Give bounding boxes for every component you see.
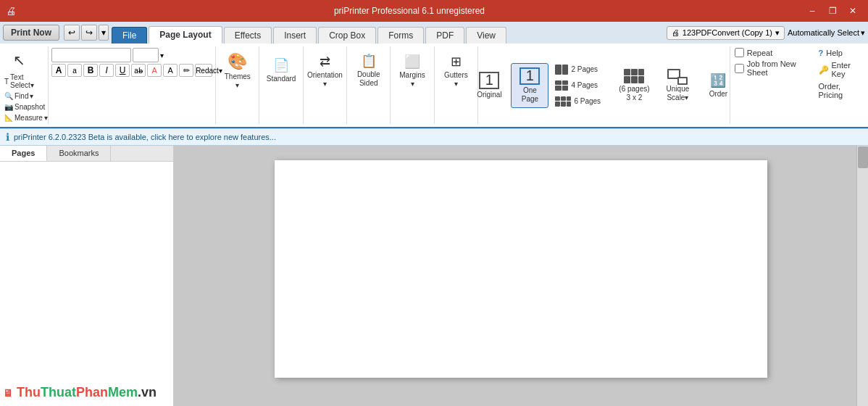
two-pages-button[interactable]: 2 Pages — [551, 62, 609, 77]
tab-forms[interactable]: Forms — [377, 27, 424, 44]
double-sided-icon: 📋 — [361, 53, 377, 69]
gutters-button[interactable]: ⊞ Gutters ▾ — [437, 48, 475, 93]
orientation-button[interactable]: ⇄ Orientation ▾ — [306, 48, 343, 93]
margins-group: ⬜ Margins ▾ — [391, 46, 434, 124]
main-layout: Pages Bookmarks — [0, 146, 868, 406]
italic-button[interactable]: I — [99, 64, 114, 77]
vertical-scrollbar[interactable] — [856, 146, 868, 406]
printer-selector[interactable]: 🖨 123PDFConvert (Copy 1) ▾ — [667, 26, 785, 40]
six-pages-3x2-button[interactable]: (6 pages)3 x 2 — [612, 63, 656, 108]
two-pages-icon — [555, 65, 568, 75]
titlebar-controls: – ❐ ✕ — [803, 4, 862, 18]
close-button[interactable]: ✕ — [843, 4, 862, 18]
unique-scale-button[interactable]: UniqueScale▾ — [659, 63, 696, 108]
font-controls-group: ▾ A a B I U ab̶ A A ✏ Redact▾ — [49, 46, 216, 124]
one-page-button[interactable]: 1 OnePage — [511, 63, 548, 108]
pages-layout-group: 1 Original 1 OnePage 2 Pages — [478, 46, 730, 124]
margins-dropdown-icon: ▾ — [411, 80, 414, 88]
ribbon-content: ↖ T Text Select▾ 🔍 Find ▾ — [0, 44, 868, 128]
themes-dropdown-icon: ▾ — [235, 81, 239, 89]
printer-dropdown-icon: ▾ — [775, 28, 780, 38]
order-pricing-button[interactable]: Order, Pricing — [817, 81, 864, 100]
original-button[interactable]: 1 Original — [470, 63, 508, 108]
info-icon: ℹ — [6, 131, 9, 143]
find-dropdown-icon: ▾ — [30, 92, 33, 100]
four-pages-button[interactable]: 4 Pages — [551, 78, 609, 93]
key-icon: 🔑 — [819, 65, 829, 75]
one-page-icon: 1 — [519, 67, 540, 85]
gutters-dropdown-icon: ▾ — [454, 80, 458, 88]
font-name-input[interactable] — [51, 48, 131, 62]
tab-view[interactable]: View — [466, 27, 506, 44]
auto-selector[interactable]: Automatically Select ▾ — [785, 27, 868, 39]
titlebar-title: priPrinter Professional 6.1 unregistered — [16, 6, 803, 16]
notification-text: priPrinter 6.2.0.2323 Beta is available,… — [14, 133, 276, 141]
redact-button[interactable]: ✏ — [179, 64, 193, 77]
standard-button[interactable]: 📄 Standard — [262, 48, 300, 93]
font-increase-button[interactable]: A — [51, 64, 66, 77]
tab-insert[interactable]: Insert — [273, 27, 317, 44]
find-button[interactable]: 🔍 Find ▾ — [3, 91, 45, 101]
standard-group: 📄 Standard — [259, 46, 303, 124]
text-select-button[interactable]: T Text Select▾ — [3, 72, 36, 90]
panel-tab-pages[interactable]: Pages — [0, 146, 47, 161]
unique-scale-icon — [667, 69, 688, 85]
titlebar: 🖨 priPrinter Professional 6.1 unregister… — [0, 0, 868, 22]
help-button[interactable]: ? Help — [817, 48, 864, 58]
page-canvas — [275, 160, 767, 378]
restore-button[interactable]: ❐ — [823, 4, 842, 18]
snapshot-button[interactable]: 📷 Snapshot — [3, 102, 45, 112]
redact-dropdown[interactable]: Redact▾ — [195, 64, 212, 77]
themes-button[interactable]: 🎨 Themes ▾ — [219, 48, 256, 93]
font-format-row: A a B I U ab̶ A A ✏ Redact▾ — [51, 64, 212, 77]
measure-dropdown-icon: ▾ — [44, 114, 48, 122]
watermark-icon: 🖥 — [3, 387, 13, 399]
watermark-text-thuat: Thuat — [41, 385, 76, 399]
margins-button[interactable]: ⬜ Margins ▾ — [393, 48, 431, 93]
undo-redo-group: ↩ ↪ ▾ — [64, 25, 109, 41]
font-decrease-button[interactable]: a — [67, 64, 82, 77]
double-sided-button[interactable]: 📋 DoubleSided — [350, 48, 388, 93]
tab-page-layout[interactable]: Page Layout — [149, 26, 222, 44]
repeat-checkbox[interactable] — [735, 48, 744, 57]
watermark-text-thu: Thu — [17, 385, 41, 399]
job-new-sheet-checkbox[interactable] — [735, 64, 744, 73]
ribbon: Print Now ↩ ↪ ▾ File Page Layout Effects… — [0, 22, 868, 129]
strikethrough-button[interactable]: ab̶ — [131, 64, 146, 77]
tab-effects[interactable]: Effects — [224, 27, 272, 44]
panel-content — [0, 162, 173, 406]
undo-button[interactable]: ↩ — [64, 25, 80, 41]
orientation-dropdown-icon: ▾ — [323, 80, 327, 88]
left-panel: Pages Bookmarks — [0, 146, 174, 406]
underline-button[interactable]: U — [115, 64, 130, 77]
measure-button[interactable]: 📐 Measure ▾ — [3, 113, 45, 123]
six-pages-3x2-icon — [624, 69, 644, 83]
watermark-text-mem: Mem — [108, 385, 138, 399]
find-icon: 🔍 — [4, 92, 13, 100]
standard-icon: 📄 — [273, 57, 289, 73]
app-icon: 🖨 — [6, 5, 16, 17]
panel-tab-bookmarks[interactable]: Bookmarks — [47, 146, 111, 161]
minimize-button[interactable]: – — [803, 4, 822, 18]
highlight-button[interactable]: A — [147, 64, 162, 77]
enter-key-button[interactable]: 🔑 Enter Key — [817, 60, 864, 79]
bold-button[interactable]: B — [83, 64, 98, 77]
repeat-checkbox-row: Repeat — [735, 48, 811, 57]
tab-crop-box[interactable]: Crop Box — [318, 27, 376, 44]
font-size-dropdown[interactable]: ▾ — [160, 51, 164, 59]
notification-bar[interactable]: ℹ priPrinter 6.2.0.2323 Beta is availabl… — [0, 129, 868, 146]
double-sided-group: 📋 DoubleSided — [347, 46, 391, 124]
six-pages-button[interactable]: 6 Pages — [551, 94, 609, 109]
cursor-tool-button[interactable]: ↖ — [8, 48, 30, 72]
font-color-button[interactable]: A — [163, 64, 178, 77]
tab-pdf[interactable]: PDF — [425, 27, 464, 44]
font-size-input[interactable] — [133, 48, 159, 62]
watermark-text-phan: Phan — [76, 385, 108, 399]
titlebar-left: 🖨 — [6, 5, 16, 17]
scrollbar-thumb[interactable] — [858, 146, 868, 168]
redo-button[interactable]: ↪ — [81, 25, 97, 41]
orientation-icon: ⇄ — [320, 54, 330, 70]
dropdown-button[interactable]: ▾ — [99, 25, 109, 41]
tab-file[interactable]: File — [112, 27, 147, 44]
print-now-button[interactable]: Print Now — [3, 25, 59, 41]
